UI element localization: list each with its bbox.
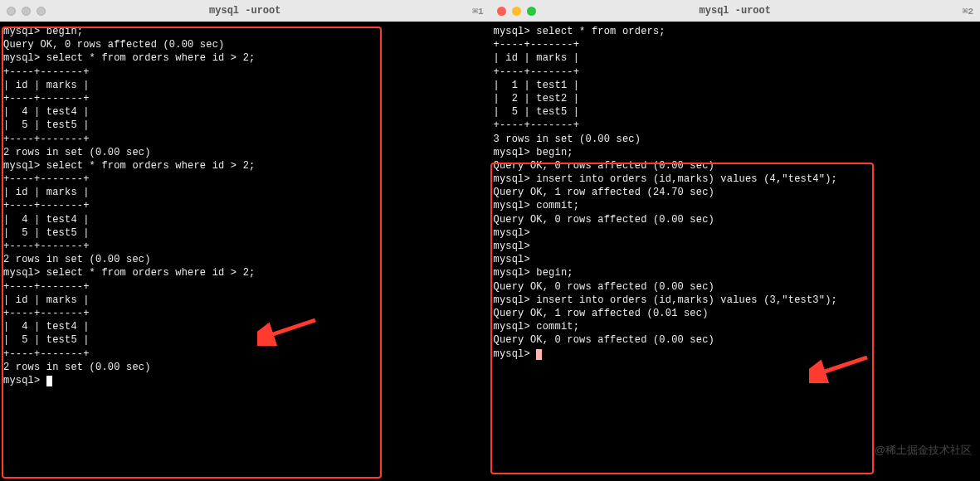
terminal-line: Query OK, 1 row affected (24.70 sec) [494, 186, 978, 199]
window-title-right: mysql -uroot [490, 5, 981, 17]
terminal-line: mysql> [494, 240, 978, 253]
terminal-line: +----+-------+ [3, 347, 487, 361]
terminal-line: Query OK, 0 rows affected (0.00 sec) [494, 213, 978, 226]
terminal-line: +----+-------+ [3, 66, 487, 79]
terminal-line: | 5 | test5 | [3, 226, 487, 240]
terminal-line: mysql> begin; [3, 25, 487, 38]
terminal-line: | id | marks | [3, 186, 487, 199]
terminal-line: mysql> commit; [494, 199, 978, 212]
terminal-line: mysql> begin; [494, 146, 978, 159]
terminal-pane-left: mysql -uroot ⌘1 mysql> begin;Query OK, 0… [0, 0, 490, 481]
terminal-line: mysql> [494, 347, 978, 361]
terminal-output-right[interactable]: mysql> select * from orders;+----+------… [490, 22, 981, 481]
terminal-line: | 4 | test4 | [3, 105, 487, 119]
terminal-line: 2 rows in set (0.00 sec) [3, 361, 487, 374]
terminal-line: 2 rows in set (0.00 sec) [3, 146, 487, 159]
terminal-line: | 1 | test1 | [494, 79, 978, 92]
terminal-line: mysql> insert into orders (id,marks) val… [494, 294, 978, 307]
cursor-icon [536, 349, 542, 360]
terminal-line: mysql> [3, 374, 487, 387]
zoom-icon[interactable] [527, 7, 536, 16]
terminal-line: | 4 | test4 | [3, 213, 487, 226]
traffic-lights-left [7, 7, 46, 16]
terminal-line: Query OK, 0 rows affected (0.00 sec) [494, 159, 978, 172]
terminal-line: +----+-------+ [3, 133, 487, 146]
terminal-line: | id | marks | [3, 79, 487, 92]
terminal-line: +----+-------+ [3, 280, 487, 294]
terminal-line: | 4 | test4 | [3, 320, 487, 333]
terminal-pane-right: mysql -uroot ⌘2 mysql> select * from ord… [490, 0, 981, 481]
terminal-line: | id | marks | [3, 294, 487, 307]
terminal-line: +----+-------+ [3, 307, 487, 320]
terminal-line: mysql> select * from orders where id > 2… [3, 266, 487, 279]
terminal-line: 2 rows in set (0.00 sec) [3, 253, 487, 266]
terminal-line: +----+-------+ [494, 66, 978, 79]
window-title-left: mysql -uroot [0, 5, 490, 17]
titlebar-left[interactable]: mysql -uroot ⌘1 [0, 0, 490, 22]
terminal-line: mysql> commit; [494, 320, 978, 333]
terminal-line: 3 rows in set (0.00 sec) [494, 133, 978, 146]
pane-shortcut-right: ⌘2 [963, 6, 973, 17]
minimize-icon[interactable] [512, 7, 521, 16]
terminal-line: +----+-------+ [3, 240, 487, 253]
minimize-icon[interactable] [22, 7, 31, 16]
pane-shortcut-left: ⌘1 [472, 6, 483, 17]
terminal-line: mysql> select * from orders; [494, 25, 978, 38]
terminal-line: | id | marks | [494, 51, 978, 65]
terminal-line: Query OK, 0 rows affected (0.00 sec) [494, 280, 978, 294]
zoom-icon[interactable] [37, 7, 46, 16]
terminal-line: +----+-------+ [494, 119, 978, 132]
terminal-line: mysql> [494, 226, 978, 240]
terminal-line: mysql> select * from orders where id > 2… [3, 51, 487, 65]
terminal-line: | 5 | test5 | [3, 119, 487, 132]
terminal-line: Query OK, 0 rows affected (0.00 sec) [3, 38, 487, 51]
close-icon[interactable] [7, 7, 16, 16]
terminal-line: Query OK, 1 row affected (0.01 sec) [494, 307, 978, 320]
terminal-line: +----+-------+ [494, 38, 978, 51]
terminal-line: +----+-------+ [3, 199, 487, 212]
terminal-line: | 5 | test5 | [3, 333, 487, 347]
traffic-lights-right [497, 7, 536, 16]
close-icon[interactable] [497, 7, 506, 16]
cursor-icon [46, 376, 52, 386]
terminal-line: | 2 | test2 | [494, 92, 978, 105]
terminal-line: mysql> select * from orders where id > 2… [3, 159, 487, 172]
terminal-line: mysql> [494, 253, 978, 266]
titlebar-right[interactable]: mysql -uroot ⌘2 [490, 0, 981, 22]
terminal-line: | 5 | test5 | [494, 105, 978, 119]
terminal-line: mysql> begin; [494, 266, 978, 279]
terminal-output-left[interactable]: mysql> begin;Query OK, 0 rows affected (… [0, 22, 490, 481]
terminal-line: +----+-------+ [3, 172, 487, 186]
terminal-line: mysql> insert into orders (id,marks) val… [494, 172, 978, 186]
terminal-line: Query OK, 0 rows affected (0.00 sec) [494, 333, 978, 347]
terminal-line: +----+-------+ [3, 92, 487, 105]
